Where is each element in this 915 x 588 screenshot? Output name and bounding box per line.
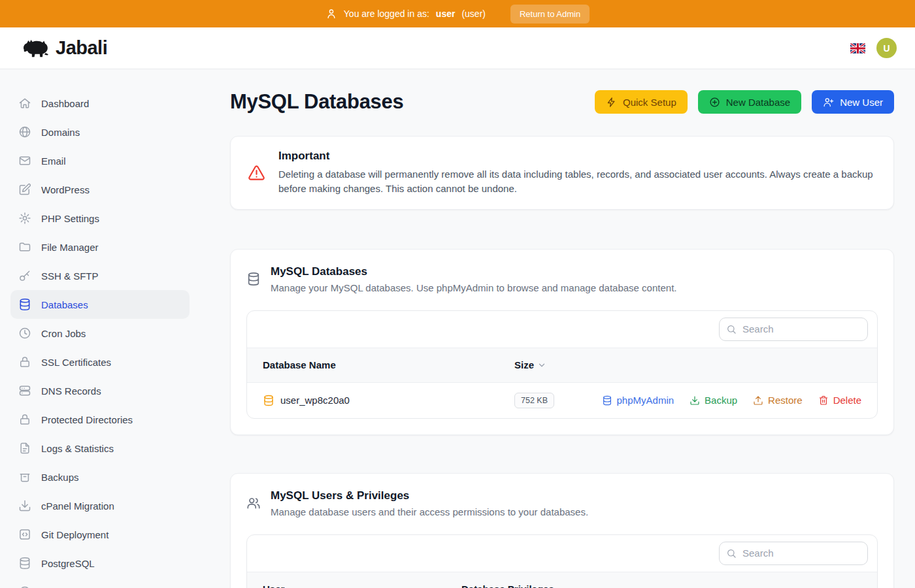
lock-icon [18, 355, 31, 368]
mysql-users-card: MySQL Users & Privileges Manage database… [230, 473, 894, 588]
database-icon [246, 272, 261, 286]
page-actions: Quick Setup New Database New User [595, 90, 894, 114]
sidebar-item-label: Protected Directories [41, 414, 133, 425]
search-icon [726, 548, 737, 559]
users-table-panel: User Database Privileges [246, 534, 878, 588]
databases-table-header: Database Name Size [247, 348, 877, 383]
database-icon [602, 395, 612, 406]
sidebar-item-label: Databases [41, 299, 88, 310]
sidebar-item-label: cPanel Migration [41, 500, 114, 512]
sidebar-item-git-deployment[interactable]: Git Deployment [10, 520, 190, 549]
delete-link[interactable]: Delete [818, 395, 861, 406]
sidebar-item-label: Logs & Statistics [41, 443, 114, 454]
return-to-admin-button[interactable]: Return to Admin [510, 5, 590, 24]
new-database-button[interactable]: New Database [698, 90, 801, 114]
database-icon [18, 557, 31, 570]
logged-in-account: (user) [461, 8, 486, 19]
sidebar-item-partial[interactable] [10, 578, 190, 588]
sidebar: Dashboard Domains Email WordPress PHP Se… [0, 69, 209, 588]
column-database-privileges: Database Privileges [461, 583, 554, 588]
backup-label: Backup [705, 395, 737, 406]
sidebar-item-ssl-certificates[interactable]: SSL Certificates [10, 348, 190, 376]
plus-circle-icon [709, 97, 720, 108]
delete-label: Delete [833, 395, 861, 406]
phpmyadmin-link[interactable]: phpMyAdmin [602, 395, 674, 406]
chevron-down-icon [537, 361, 546, 370]
sidebar-item-cpanel-migration[interactable]: cPanel Migration [10, 491, 190, 520]
sidebar-item-databases[interactable]: Databases [10, 290, 190, 319]
restore-label: Restore [768, 395, 803, 406]
search-icon [726, 324, 737, 335]
server-icon [18, 384, 31, 397]
database-table-row: user_wp8c20a0 752 KB phpMyAdmin Backup [247, 383, 877, 418]
sidebar-item-label: DNS Records [41, 385, 101, 397]
quick-setup-button[interactable]: Quick Setup [595, 90, 688, 114]
database-icon [263, 395, 274, 406]
sidebar-item-dashboard[interactable]: Dashboard [10, 89, 190, 118]
databases-search-input[interactable] [719, 318, 868, 341]
download-icon [18, 499, 31, 512]
column-size-sort[interactable]: Size [514, 359, 546, 370]
clock-icon [18, 327, 31, 340]
sidebar-item-label: Domains [41, 127, 80, 138]
new-database-label: New Database [726, 97, 790, 108]
sidebar-item-label: PostgreSQL [41, 558, 95, 569]
sidebar-item-label: SSH & SFTP [41, 270, 99, 282]
restore-link[interactable]: Restore [753, 395, 803, 406]
column-size-label: Size [514, 359, 534, 370]
users-table-header: User Database Privileges [247, 572, 877, 588]
sidebar-item-postgresql[interactable]: PostgreSQL [10, 549, 190, 578]
sidebar-item-wordpress[interactable]: WordPress [10, 175, 190, 204]
file-text-icon [18, 442, 31, 455]
pen-square-icon [18, 183, 31, 196]
sidebar-item-logs-statistics[interactable]: Logs & Statistics [10, 434, 190, 463]
sidebar-item-file-manager[interactable]: File Manager [10, 233, 190, 261]
sidebar-item-protected-directories[interactable]: Protected Directories [10, 405, 190, 434]
sidebar-item-domains[interactable]: Domains [10, 118, 190, 146]
brand-logo[interactable]: Jabali [20, 37, 107, 60]
users-search [719, 542, 868, 565]
important-alert: Important Deleting a database will perma… [230, 136, 894, 210]
sidebar-item-cron-jobs[interactable]: Cron Jobs [10, 319, 190, 348]
sidebar-item-label: SSL Certificates [41, 357, 111, 368]
user-icon [325, 8, 337, 20]
lock-icon [18, 413, 31, 426]
card-title: MySQL Databases [271, 265, 676, 278]
sidebar-item-label: File Manager [41, 242, 99, 253]
sidebar-item-label: WordPress [41, 184, 90, 195]
phpmyadmin-label: phpMyAdmin [617, 395, 674, 406]
backup-link[interactable]: Backup [690, 395, 737, 406]
sidebar-item-email[interactable]: Email [10, 146, 190, 175]
sidebar-item-label: Dashboard [41, 98, 89, 109]
sidebar-item-php-settings[interactable]: PHP Settings [10, 204, 190, 233]
trash-icon [818, 395, 829, 406]
download-icon [690, 395, 700, 406]
databases-search [719, 318, 868, 341]
globe-icon [18, 125, 31, 139]
column-user: User [263, 583, 461, 588]
alert-body: Deleting a database will permanently rem… [278, 167, 876, 196]
new-user-button[interactable]: New User [812, 90, 894, 114]
users-search-input[interactable] [719, 542, 868, 565]
mail-icon [18, 154, 31, 167]
zap-icon [606, 97, 617, 108]
sidebar-item-dns-records[interactable]: DNS Records [10, 376, 190, 405]
card-description: Manage your MySQL databases. Use phpMyAd… [271, 282, 676, 293]
sidebar-item-label: Git Deployment [41, 529, 108, 540]
card-description: Manage database users and their access p… [271, 506, 588, 517]
app-header: Jabali U [0, 27, 915, 69]
key-icon [18, 269, 31, 282]
sidebar-item-label: PHP Settings [41, 213, 99, 224]
user-avatar[interactable]: U [876, 38, 897, 58]
sidebar-item-backups[interactable]: Backups [10, 463, 190, 491]
page-title: MySQL Databases [230, 90, 403, 114]
logged-in-as: You are logged in as: user (user) [325, 8, 486, 20]
circle-icon [18, 585, 31, 588]
mysql-databases-card: MySQL Databases Manage your MySQL databa… [230, 249, 894, 435]
users-icon [246, 496, 261, 510]
database-size-badge: 752 KB [514, 393, 554, 408]
sidebar-item-ssh-sftp[interactable]: SSH & SFTP [10, 261, 190, 290]
new-user-label: New User [840, 97, 883, 108]
upload-icon [753, 395, 763, 406]
language-flag-uk-icon[interactable] [850, 43, 865, 54]
